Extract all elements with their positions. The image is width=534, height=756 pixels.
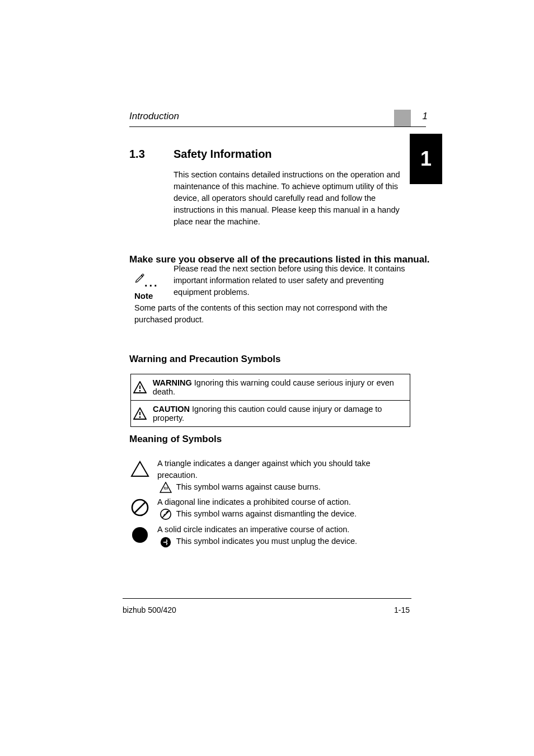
svg-point-1 [139,390,141,392]
symbol-row-prohibit: A diagonal line indicates a prohibited c… [129,496,409,520]
symbol-text-after: This symbol indicates you must unplug th… [176,537,357,546]
svg-point-8 [132,527,148,543]
symbol-text-after: This symbol warns against cause burns. [176,482,321,491]
svg-line-5 [134,502,146,513]
svg-line-7 [162,511,170,518]
symbol-text-after: This symbol warns against dismantling th… [176,509,357,518]
warning-label: WARNING [153,378,192,387]
ellipsis-icon: ... [144,276,159,289]
prohibit-icon [129,496,151,519]
section-number: 1.3 [129,148,145,161]
section-title: Safety Information [174,148,272,161]
header-left: Introduction [129,111,179,122]
pencil-icon [134,273,146,284]
solid-circle-icon [129,524,151,546]
header-rule [129,126,426,127]
warning-caution-table: WARNING Ignoring this warning could caus… [130,374,410,427]
table-row: CAUTION Ignoring this caution could caus… [131,400,410,426]
table-row: WARNING Ignoring this warning could caus… [131,374,410,400]
subsection-symbols-heading: Warning and Precaution Symbols [129,354,280,365]
symbol-text: A solid circle indicates an imperative c… [157,525,349,534]
triangle-heat-icon [160,482,172,493]
footer-model: bizhub 500/420 [123,605,176,614]
unplug-icon [160,536,172,548]
subsection-observe: Make sure you observe all of the precaut… [129,254,430,265]
prohibit-disassemble-icon [160,508,172,520]
svg-point-3 [139,416,141,418]
header-right: 1 [423,111,428,122]
footer-page-number: 1-15 [394,605,410,614]
subsection-meaning: Meaning of Symbols [129,434,222,445]
symbol-text: A diagonal line indicates a prohibited c… [157,497,351,506]
note-title: Note [134,291,153,300]
caution-label: CAUTION [153,405,190,414]
triangle-outline-icon [129,458,151,480]
chapter-tab-dark: 1 [410,134,442,184]
note-body: Some parts of the contents of this secti… [134,302,409,326]
warning-icon [133,381,147,393]
symbol-row-imperative: A solid circle indicates an imperative c… [129,524,409,548]
caution-icon [133,407,147,420]
symbol-row-triangle: A triangle indicates a danger against wh… [129,458,409,493]
section-body: This section contains detailed instructi… [174,169,409,298]
chapter-tab-light [394,110,411,126]
symbol-text: A triangle indicates a danger against wh… [157,459,370,480]
footer-rule [123,598,411,599]
